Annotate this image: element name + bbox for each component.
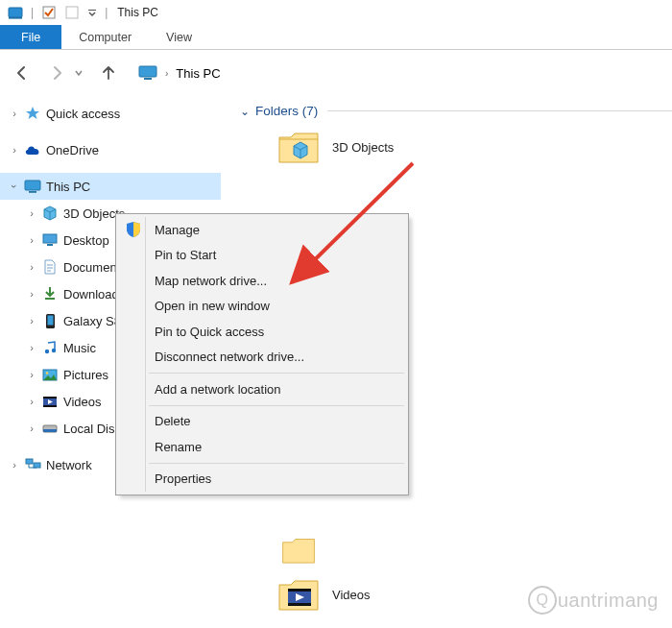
svg-rect-20 — [43, 405, 57, 407]
collapse-chevron-icon[interactable]: › — [9, 180, 20, 193]
svg-rect-11 — [45, 298, 55, 300]
svg-rect-9 — [43, 234, 57, 243]
up-button[interactable] — [98, 62, 119, 84]
svg-rect-8 — [29, 191, 36, 193]
desktop-icon — [40, 231, 60, 249]
ctx-properties[interactable]: Properties — [118, 467, 406, 493]
expand-chevron-icon[interactable]: › — [25, 288, 38, 300]
back-button[interactable] — [12, 62, 33, 84]
svg-rect-23 — [26, 459, 33, 464]
context-menu: Manage Pin to Start Map network drive...… — [115, 213, 409, 495]
expand-chevron-icon[interactable]: › — [25, 342, 38, 353]
folder-generic-icon — [280, 535, 317, 567]
sidebar-label: Videos — [63, 395, 102, 409]
ctx-label: Delete — [155, 414, 191, 428]
sidebar-label: Quick access — [46, 107, 120, 121]
phone-icon — [40, 312, 60, 329]
ctx-label: Disconnect network drive... — [155, 350, 304, 364]
svg-rect-1 — [9, 17, 22, 19]
history-dropdown[interactable] — [73, 62, 84, 84]
expand-chevron-icon[interactable]: › — [25, 423, 38, 434]
chevron-down-icon: ⌄ — [240, 105, 250, 118]
qat-dropdown-icon[interactable] — [86, 4, 98, 21]
sidebar-label: This PC — [46, 180, 90, 194]
expand-chevron-icon[interactable]: › — [25, 315, 38, 326]
forward-button[interactable] — [46, 62, 67, 84]
expand-chevron-icon[interactable]: › — [25, 369, 38, 380]
ctx-label: Manage — [155, 223, 200, 237]
breadcrumb-location[interactable]: This PC — [176, 66, 220, 81]
expand-chevron-icon[interactable]: › — [25, 261, 38, 273]
sidebar-label: Music — [63, 341, 96, 355]
sidebar-label: Local Disk — [63, 422, 121, 436]
watermark-text: uantrimang — [558, 590, 659, 612]
svg-rect-22 — [43, 429, 57, 432]
ctx-add-network-location[interactable]: Add a network location — [118, 376, 406, 402]
window-icon — [7, 4, 24, 21]
ctx-separator — [149, 373, 404, 374]
svg-rect-5 — [139, 66, 156, 77]
sidebar-label: Network — [46, 458, 92, 472]
ctx-label: Pin to Start — [155, 248, 216, 262]
svg-rect-7 — [25, 181, 40, 190]
group-header-label: Folders (7) — [255, 104, 318, 118]
svg-rect-0 — [9, 8, 22, 17]
expand-chevron-icon[interactable]: › — [8, 144, 21, 156]
tab-view[interactable]: View — [149, 25, 209, 49]
folders-group-header[interactable]: ⌄ Folders (7) — [240, 104, 672, 118]
breadcrumb-chevron-icon[interactable]: › — [165, 68, 168, 79]
svg-rect-13 — [47, 315, 53, 325]
ctx-delete[interactable]: Delete — [118, 409, 406, 435]
ctx-pin-start[interactable]: Pin to Start — [118, 243, 406, 269]
folder-item-hidden[interactable] — [276, 531, 672, 569]
svg-point-15 — [52, 349, 56, 352]
svg-rect-3 — [66, 7, 78, 18]
svg-point-17 — [46, 372, 49, 374]
navigation-bar: › This PC — [0, 50, 672, 96]
bulb-icon: Q — [528, 586, 557, 615]
sidebar-label: Pictures — [63, 368, 108, 382]
ctx-disconnect-network-drive[interactable]: Disconnect network drive... — [118, 345, 406, 371]
svg-rect-6 — [144, 78, 152, 80]
ribbon-tabs: File Computer View — [0, 25, 672, 50]
ctx-label: Open in new window — [155, 299, 270, 313]
qat-properties-icon[interactable] — [40, 4, 58, 21]
star-icon — [23, 105, 42, 122]
cloud-icon — [23, 141, 42, 158]
download-icon — [40, 285, 60, 302]
sidebar-item-this-pc[interactable]: › This PC — [0, 173, 221, 200]
expand-chevron-icon[interactable]: › — [8, 459, 21, 471]
window-title: This PC — [117, 6, 158, 19]
picture-icon — [40, 366, 60, 383]
pc-icon — [138, 65, 157, 81]
ctx-pin-quick-access[interactable]: Pin to Quick access — [118, 319, 406, 345]
ctx-label: Pin to Quick access — [155, 325, 264, 339]
ctx-label: Rename — [155, 440, 202, 454]
folder-3d-objects[interactable]: 3D Objects — [276, 128, 672, 166]
ctx-label: Add a network location — [155, 382, 281, 397]
address-bar[interactable]: › This PC — [138, 65, 221, 81]
shield-icon — [126, 222, 141, 237]
svg-rect-26 — [288, 589, 311, 592]
ctx-manage[interactable]: Manage — [118, 217, 406, 243]
sidebar-label: Desktop — [63, 233, 109, 248]
ctx-separator — [149, 405, 404, 406]
qat-blank-icon[interactable] — [63, 4, 81, 21]
tab-file[interactable]: File — [0, 25, 61, 49]
cube-icon — [40, 205, 60, 222]
ctx-open-new-window[interactable]: Open in new window — [118, 294, 406, 320]
disk-icon — [40, 420, 60, 437]
ctx-rename[interactable]: Rename — [118, 434, 406, 460]
expand-chevron-icon[interactable]: › — [25, 396, 38, 407]
ctx-map-network-drive[interactable]: Map network drive... — [118, 268, 406, 294]
expand-chevron-icon[interactable]: › — [8, 108, 21, 119]
tab-computer[interactable]: Computer — [61, 25, 149, 49]
document-icon — [40, 258, 60, 276]
sidebar-label: Galaxy S8 — [63, 314, 121, 328]
sidebar-item-onedrive[interactable]: › OneDrive — [0, 136, 221, 163]
sidebar-item-quick-access[interactable]: › Quick access — [0, 100, 221, 127]
video-icon — [40, 393, 60, 410]
expand-chevron-icon[interactable]: › — [25, 234, 38, 246]
svg-rect-19 — [43, 397, 57, 399]
expand-chevron-icon[interactable]: › — [25, 207, 38, 219]
